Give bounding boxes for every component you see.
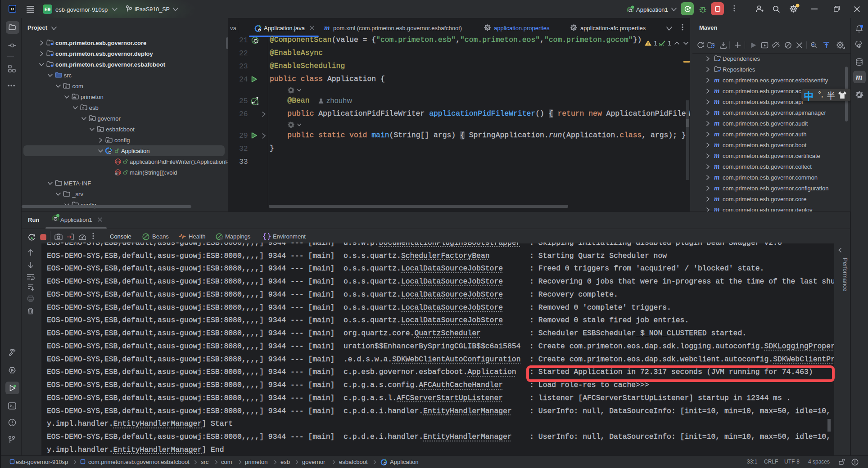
svg-text:m: m <box>116 159 120 164</box>
svg-text:IJ: IJ <box>11 7 14 11</box>
